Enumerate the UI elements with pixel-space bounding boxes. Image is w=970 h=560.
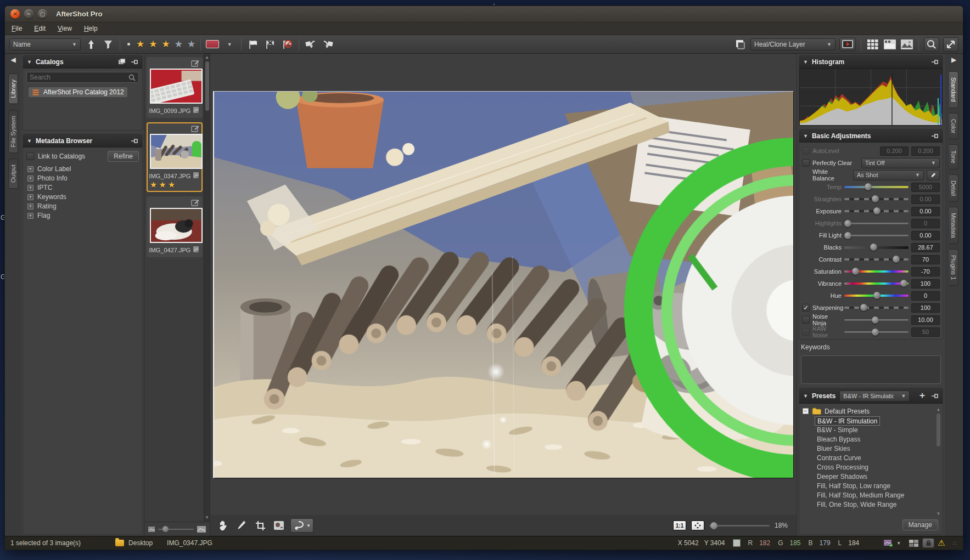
menu-item-file[interactable]: File [12, 25, 22, 32]
menu-item-view[interactable]: View [58, 25, 72, 32]
tab-standard[interactable]: Standard [949, 71, 958, 108]
metadata-item-photo-info[interactable]: +Photo Info [27, 174, 138, 182]
temp-value[interactable]: 5000 [911, 183, 940, 192]
grid-view-icon[interactable] [866, 38, 879, 51]
small-thumbnails-icon[interactable] [148, 526, 155, 533]
white-balance-dropdown[interactable]: As Shot ▼ [853, 170, 924, 180]
large-thumbnails-icon[interactable] [197, 525, 206, 533]
slider-knob[interactable] [872, 195, 879, 202]
preset-item[interactable]: Fill, One Stop, Wide Range [815, 500, 935, 510]
minimize-button[interactable]: − [24, 9, 33, 19]
exposure-slider[interactable] [844, 210, 909, 212]
filmstrip-view-icon[interactable] [883, 38, 896, 51]
thumbnail-size-slider[interactable] [158, 529, 194, 530]
fullscreen-icon[interactable] [943, 37, 958, 52]
preset-item[interactable]: Fill, Half Stop, Low range [815, 482, 935, 491]
zoom-slider[interactable] [709, 525, 770, 527]
catalog-search-box[interactable] [26, 72, 139, 83]
perfectly-clear-checkbox[interactable] [802, 159, 810, 167]
menu-item-help[interactable]: Help [84, 25, 98, 32]
catalog-item[interactable]: AfterShot Pro Catalog 2012 [29, 87, 127, 97]
tab-plugins-1[interactable]: Plugins 1 [949, 249, 958, 286]
thumbnail-cell[interactable]: IMG_0427.JPG [147, 196, 203, 257]
collapse-section-icon[interactable]: ▼ [803, 133, 808, 139]
zoom-actual-size-button[interactable]: 1:1 [673, 521, 686, 530]
straighten-pencil-tool[interactable] [234, 518, 249, 533]
expand-icon[interactable]: + [27, 213, 33, 219]
slideshow-icon[interactable] [839, 38, 856, 51]
rating-star-icon[interactable]: ★ [175, 39, 183, 49]
rating-star-icon[interactable]: ★ [162, 39, 170, 49]
preset-item[interactable]: Bleach Bypass [815, 435, 935, 444]
vibrance-value[interactable]: 100 [911, 279, 940, 289]
rating-stars[interactable]: ★★★★★ [136, 39, 195, 49]
slider-knob[interactable] [844, 232, 851, 239]
preset-item[interactable]: B&W - IR Simulation [815, 416, 880, 426]
saturation-slider[interactable] [844, 270, 909, 273]
flag-pick-icon[interactable] [246, 38, 260, 51]
histogram-header[interactable]: ▼ Histogram [799, 55, 943, 69]
tab-metadata[interactable]: Metadata [949, 207, 958, 244]
image-view-icon[interactable] [900, 38, 913, 51]
expand-icon[interactable]: + [27, 166, 33, 172]
magnifier-icon[interactable] [924, 37, 939, 52]
slider-knob[interactable] [162, 526, 169, 532]
maximize-button[interactable]: ▢ [38, 9, 47, 19]
saturation-value[interactable]: -70 [911, 267, 940, 276]
refine-button[interactable]: Refine [108, 151, 139, 162]
zoom-slider-knob[interactable] [710, 522, 717, 529]
pin-icon[interactable] [931, 59, 939, 65]
tab-library[interactable]: Library [8, 73, 18, 104]
catalogs-panel-header[interactable]: ▼ Catalogs [23, 55, 142, 69]
slider-knob[interactable] [872, 316, 879, 324]
add-preset-icon[interactable]: ＋ [918, 390, 927, 401]
redeye-tool[interactable] [272, 518, 286, 533]
blacks-slider[interactable] [844, 246, 909, 249]
sharpening-checkbox[interactable]: ✓ [802, 304, 810, 312]
scroll-up-icon[interactable]: ▲ [205, 55, 209, 60]
expand-icon[interactable]: + [27, 194, 33, 200]
pin-icon[interactable] [931, 133, 939, 139]
highlights-value[interactable]: 0 [911, 219, 940, 228]
layers-icon[interactable] [733, 38, 747, 51]
pin-icon[interactable] [131, 138, 138, 144]
slider-knob[interactable] [852, 268, 859, 275]
white-balance-eyedropper-button[interactable] [927, 170, 940, 180]
metadata-item-keywords[interactable]: +Keywords [27, 193, 138, 201]
edit-badge-icon[interactable] [191, 60, 199, 69]
resize-grip[interactable]: ∷ [953, 540, 957, 546]
slider-knob[interactable] [873, 207, 881, 214]
keywords-input[interactable] [801, 355, 941, 384]
straighten-value[interactable]: 0.00 [911, 195, 940, 204]
menu-item-edit[interactable]: Edit [34, 25, 46, 32]
preset-item[interactable]: Bluer Skies [815, 444, 935, 454]
edit-badge-icon[interactable] [191, 199, 199, 208]
manage-presets-button[interactable]: Manage [902, 519, 938, 530]
fill-light-slider[interactable] [844, 235, 909, 236]
crop-tool[interactable] [253, 518, 267, 533]
layer-selector-dropdown[interactable]: Heal/Clone Layer ▼ [750, 38, 836, 50]
search-input[interactable] [30, 73, 128, 81]
pan-hand-tool[interactable] [216, 518, 230, 533]
highlights-slider[interactable] [844, 223, 909, 224]
straighten-slider[interactable] [844, 198, 909, 200]
expand-icon[interactable]: + [27, 185, 33, 191]
lock-button[interactable] [922, 538, 934, 548]
slider-knob[interactable] [873, 292, 881, 299]
lasso-selection-tool[interactable]: ▼ [290, 518, 313, 533]
metadata-item-flag[interactable]: +Flag [27, 212, 138, 219]
preset-item[interactable]: Contrast Curve [815, 454, 935, 463]
rating-star-icon[interactable]: ★ [149, 39, 157, 49]
collapse-section-icon[interactable]: ▼ [803, 59, 808, 65]
tab-tone[interactable]: Tone [949, 144, 958, 169]
color-label-button[interactable] [206, 38, 219, 51]
collapse-tree-icon[interactable]: − [803, 408, 809, 414]
thumbnail-cell[interactable]: IMG_0099.JPG [147, 57, 203, 118]
slider-knob[interactable] [872, 329, 879, 336]
vibrance-slider[interactable] [844, 282, 909, 285]
rating-star-icon[interactable]: ★ [187, 39, 195, 49]
thumbnail-scrollbar[interactable]: ▲ ▼ [204, 54, 210, 522]
close-button[interactable]: ✕ [10, 9, 20, 19]
chevron-down-icon[interactable]: ▼ [896, 541, 901, 546]
preset-item[interactable]: Deeper Shadows [815, 472, 935, 482]
